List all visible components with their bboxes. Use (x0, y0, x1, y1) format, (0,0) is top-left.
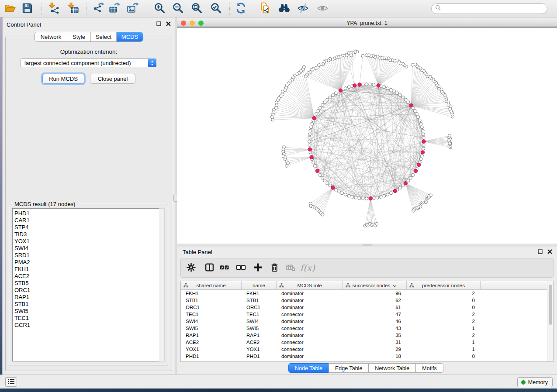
table-cell[interactable]: connector (277, 339, 343, 346)
table-cell[interactable]: 18 (343, 353, 407, 360)
table-cell[interactable]: ORC1 (181, 304, 242, 311)
float-panel-icon[interactable] (156, 21, 162, 27)
import-table-button[interactable] (65, 1, 81, 16)
table-cell[interactable]: connector (277, 311, 343, 318)
chevron-down-icon[interactable] (393, 283, 397, 288)
task-history-button[interactable] (5, 377, 17, 387)
add-column-button[interactable] (251, 261, 265, 275)
table-row[interactable]: YOX1YOX1connector291 (181, 346, 547, 353)
zoom-selected-button[interactable] (208, 1, 224, 16)
mcds-node-item[interactable]: SWI4 (14, 245, 159, 252)
table-row[interactable]: SWI4SWI4dominator462 (181, 318, 547, 325)
float-panel-icon[interactable] (537, 249, 543, 254)
hide-selected-button[interactable] (295, 1, 311, 16)
tab-select[interactable]: Select (91, 32, 117, 41)
table-cell[interactable]: dominator (277, 318, 343, 325)
table-row[interactable]: PHD1PHD1dominator180 (181, 353, 547, 360)
zoom-fit-button[interactable] (189, 1, 204, 16)
memory-button[interactable]: Memory (517, 377, 553, 387)
export-image-button[interactable] (125, 1, 140, 16)
column-header-shared-name[interactable]: shared name (181, 281, 242, 290)
mcds-node-item[interactable]: STP4 (14, 224, 159, 231)
table-row[interactable]: SWI5SWI5connector431 (181, 325, 547, 332)
mcds-node-item[interactable]: YOX1 (14, 238, 159, 245)
table-cell[interactable]: RAP1 (181, 332, 242, 339)
network-canvas[interactable] (177, 28, 557, 244)
table-cell[interactable]: 1 (407, 346, 481, 353)
table-cell[interactable]: dominator (277, 290, 343, 297)
table-cell[interactable]: 1 (407, 339, 481, 346)
table-cell[interactable]: 96 (343, 290, 407, 297)
table-cell[interactable]: dominator (277, 332, 343, 339)
column-header-predecessor-nodes[interactable]: predecessor nodes (407, 281, 481, 290)
clone-network-button[interactable] (257, 1, 273, 16)
table-cell[interactable]: YOX1 (181, 346, 242, 353)
table-cell[interactable]: SWI4 (242, 318, 277, 325)
table-cell[interactable]: 2 (407, 290, 481, 297)
tab-node-table[interactable]: Node Table (288, 363, 329, 373)
mcds-node-item[interactable]: SWI5 (14, 308, 159, 315)
mcds-node-item[interactable]: PMA2 (14, 259, 159, 266)
table-cell[interactable]: 2 (407, 318, 481, 325)
column-header-MCDS-role[interactable]: MCDS role (277, 281, 343, 290)
table-cell[interactable]: dominator (277, 297, 343, 304)
table-cell[interactable]: YOX1 (242, 346, 277, 353)
find-button[interactable] (276, 1, 292, 16)
table-cell[interactable]: TEC1 (181, 311, 242, 318)
open-session-button[interactable] (2, 1, 17, 16)
import-network-button[interactable] (46, 1, 62, 16)
tab-style[interactable]: Style (67, 32, 91, 41)
table-cell[interactable]: 0 (407, 304, 481, 311)
table-cell[interactable]: 29 (343, 346, 407, 353)
table-cell[interactable]: 2 (407, 332, 481, 339)
table-row[interactable]: TEC1TEC1connector472 (181, 311, 547, 318)
table-cell[interactable]: 0 (407, 353, 481, 360)
close-panel-icon[interactable] (166, 21, 171, 27)
column-panel-button[interactable] (202, 261, 216, 275)
tab-motifs[interactable]: Motifs (415, 363, 443, 373)
save-session-button[interactable] (19, 1, 35, 16)
deselect-all-button[interactable] (234, 261, 248, 275)
optimization-criterion-select[interactable]: largest connected component (undirected) (20, 58, 156, 67)
mcds-node-item[interactable]: PHD1 (14, 210, 159, 217)
select-all-button[interactable] (217, 261, 231, 275)
table-cell[interactable]: FKH1 (181, 290, 242, 297)
table-row[interactable]: RAP1RAP1dominator352 (181, 332, 547, 339)
mcds-result-list[interactable]: PHD1CAR1STP4TID3YOX1SWI4SRD1PMA2FKH1ACE2… (12, 208, 159, 361)
splitter-grip[interactable] (363, 244, 372, 246)
table-cell[interactable]: TEC1 (242, 311, 277, 318)
horizontal-splitter[interactable] (177, 244, 557, 247)
table-cell[interactable]: 0 (407, 297, 481, 304)
table-cell[interactable]: connector (277, 346, 343, 353)
tab-network[interactable]: Network (35, 32, 67, 41)
table-cell[interactable]: 43 (343, 325, 407, 332)
column-header-name[interactable]: name (242, 281, 277, 290)
tab-network-table[interactable]: Network Table (368, 363, 416, 373)
zoom-in-button[interactable] (152, 1, 167, 16)
table-cell[interactable]: ORC1 (242, 304, 277, 311)
table-cell[interactable]: dominator (277, 353, 343, 360)
mcds-node-item[interactable]: SRD1 (14, 252, 159, 259)
table-cell[interactable]: connector (277, 325, 343, 332)
table-cell[interactable]: 35 (343, 332, 407, 339)
table-scrollbar[interactable] (547, 281, 553, 361)
table-cell[interactable]: 2 (407, 311, 481, 318)
table-cell[interactable]: PHD1 (242, 353, 277, 360)
export-network-button[interactable] (90, 1, 106, 16)
scrollbar-thumb[interactable] (549, 285, 552, 325)
mcds-node-item[interactable]: CAR1 (14, 217, 159, 224)
network-window-titlebar[interactable]: YPA_prune.txt_1 (177, 19, 557, 28)
table-cell[interactable]: 62 (343, 297, 407, 304)
table-cell[interactable]: SWI4 (181, 318, 242, 325)
mcds-node-item[interactable]: ORC1 (14, 287, 159, 294)
search-input[interactable] (443, 5, 543, 13)
mcds-node-item[interactable]: RAP1 (14, 294, 159, 301)
mcds-node-item[interactable]: ACE2 (14, 273, 159, 280)
table-cell[interactable]: SWI5 (181, 325, 242, 332)
zoom-out-button[interactable] (170, 1, 186, 16)
mcds-node-item[interactable]: GCR1 (14, 322, 159, 329)
table-settings-button[interactable] (184, 261, 198, 275)
mcds-node-item[interactable]: TEC1 (14, 315, 159, 322)
delete-column-button[interactable] (267, 261, 281, 275)
mcds-node-item[interactable]: STB1 (14, 301, 159, 308)
